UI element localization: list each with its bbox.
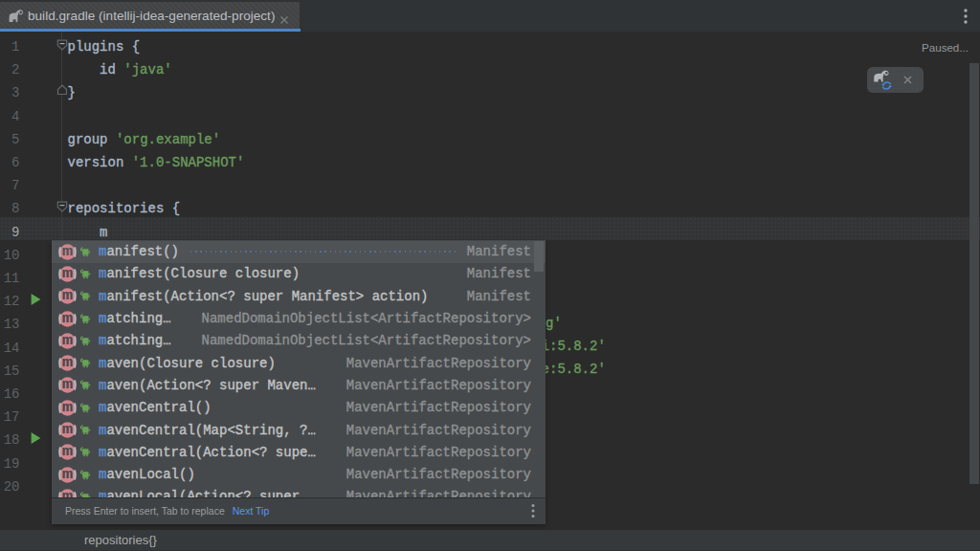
svg-text:m: m xyxy=(62,378,74,393)
svg-text:m: m xyxy=(62,244,74,259)
svg-text:m: m xyxy=(62,333,74,348)
svg-text:m: m xyxy=(62,489,74,497)
svg-text:m: m xyxy=(62,311,74,326)
svg-text:m: m xyxy=(62,289,74,304)
svg-text:m: m xyxy=(62,422,74,437)
svg-text:m: m xyxy=(62,445,74,460)
svg-text:m: m xyxy=(62,356,74,371)
svg-text:m: m xyxy=(62,400,74,415)
svg-text:m: m xyxy=(62,467,74,482)
svg-text:m: m xyxy=(62,266,74,281)
